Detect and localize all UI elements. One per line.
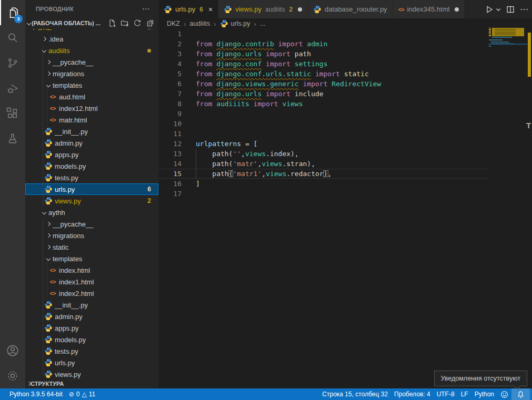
tree-file-index-html[interactable]: <>index.html [25,264,158,276]
chevron-down-icon [40,49,48,52]
status-problems[interactable]: ⊘0△11 [66,388,98,400]
overview-ruler[interactable] [527,25,532,388]
tree-file--init-py[interactable]: __init__.py [25,299,158,311]
code-line-4[interactable]: 4from django.conf import settings [158,59,488,69]
more-actions-button[interactable]: ⋯ [520,4,529,14]
code-line-13[interactable]: 13 path('',views.index), [158,149,488,159]
notification-text: Уведомления отсутствуют [441,375,520,382]
tree-file-index12-html[interactable]: <>index12.html [25,102,158,114]
code-line-8[interactable]: 8from audiiits import views [158,99,488,109]
tree-file-views-py[interactable]: views.py2 [25,195,158,207]
status-eol[interactable]: LF [458,388,471,400]
tree-file-urls-py[interactable]: urls.py6 [25,183,158,195]
tree-folder--pycache-[interactable]: __pycache__ [25,56,158,68]
tree-file-index1-html[interactable]: <>index1.html [25,276,158,288]
workspace-section-header[interactable]: (РАБОЧАЯ ОБЛАСТЬ) ... [25,17,158,29]
tree-folder-migrations[interactable]: migrations [25,68,158,79]
source-control-icon [6,57,19,69]
code-line-1[interactable]: 1 [158,29,488,39]
close-icon[interactable]: × [208,5,213,14]
status-cursor-position[interactable]: Строка 15, столбец 32 [319,388,391,400]
collapse-all-icon[interactable] [146,19,154,27]
code-line-2[interactable]: 2from django.contrib import admin [158,39,488,49]
new-folder-icon[interactable] [121,19,129,27]
activity-item-manage[interactable] [0,363,25,388]
activity-item-run-and-debug[interactable] [0,76,25,101]
status-encoding[interactable]: UTF-8 [434,388,458,400]
tree-file-tests-py[interactable]: tests.py [25,172,158,183]
notifications-bell-button[interactable] [511,388,530,400]
activity-item-testing[interactable] [0,126,25,151]
code-editor[interactable]: 12from django.contrib import admin3from … [158,29,488,199]
split-editor-button[interactable] [506,5,515,14]
breadcrumb-item-audiiits[interactable]: audiiits [189,20,210,27]
unsaved-dot-icon[interactable] [455,7,459,12]
tree-file-models-py[interactable]: models.py [25,334,158,345]
activity-item-search[interactable] [0,25,25,50]
tree-folder-static[interactable]: static [25,241,158,253]
code-line-5[interactable]: 5from django.conf.urls.static import sta… [158,69,488,79]
line-number: 15 [158,170,182,178]
code-line-7[interactable]: 7from django.urls import include [158,89,488,99]
code-line-9[interactable]: 9 [158,109,488,119]
refresh-icon[interactable] [133,19,142,27]
html-file-icon: <> [48,117,57,123]
code-line-10[interactable]: 10 [158,119,488,129]
tree-item-label: audiiits [48,47,69,55]
new-file-icon[interactable] [108,19,116,27]
activity-item-source-control[interactable] [0,50,25,76]
tree-file-tests-py[interactable]: tests.py [25,345,158,357]
breadcrumb-item-urls-py[interactable]: urls.py [220,19,250,28]
code-line-15[interactable]: 15 path('matr1',views.redactor), [158,169,488,179]
code-line-6[interactable]: 6from django.views.generic import Redire… [158,79,488,89]
tree-file-apps-py[interactable]: apps.py [25,149,158,160]
run-python-file-button[interactable] [485,5,494,14]
tree-folder-templates[interactable]: templates [25,79,158,91]
tree-folder--idea[interactable]: .idea [25,33,158,45]
tree-file-index2-html[interactable]: <>index2.html [25,288,158,299]
tree-file-admin-py[interactable]: admin.py [25,137,158,149]
sidebar-more-actions-button[interactable]: ⋯ [140,4,152,14]
tree-folder--pycache-[interactable]: __pycache__ [25,218,158,230]
tab-views-py[interactable]: views.pyaudiiits2 [218,0,307,18]
html-file-icon: <> [50,94,56,100]
line-number: 4 [158,60,182,68]
tree-file-apps-py[interactable]: apps.py [25,322,158,334]
breadcrumb-item--[interactable]: ... [260,20,265,27]
code-line-11[interactable]: 11 [158,129,488,139]
code-line-3[interactable]: 3from django.urls import path [158,49,488,59]
feedback-smiley-button[interactable] [497,388,511,400]
status-language-mode[interactable]: Python [471,388,497,400]
tree-folder-aythh[interactable]: aythh [25,207,158,218]
status-python-interpreter[interactable]: Python 3.9.5 64-bit [6,388,66,400]
tree-file--init-py[interactable]: __init__.py [25,126,158,137]
unsaved-dot-icon[interactable] [298,7,302,12]
tree-file-models-py[interactable]: models.py [25,160,158,172]
tree-file-admin-py[interactable]: admin.py [25,311,158,322]
code-line-16[interactable]: 16] [158,179,488,189]
code-line-14[interactable]: 14 path('matr',views.stran), [158,159,488,169]
status-indentation[interactable]: Пробелов: 4 [391,388,434,400]
breadcrumb-item-dkz[interactable]: DKZ [167,20,180,27]
tab-database-roouter-py[interactable]: database_roouter.py [308,0,393,18]
tree-folder-migrations[interactable]: migrations [25,230,158,241]
activity-item-explorer[interactable]: 3 [0,0,25,25]
minimap[interactable] [488,26,526,373]
tree-folder-audiiits[interactable]: audiiits [25,45,158,56]
tree-item-label: templates [53,255,82,263]
activity-item-accounts[interactable] [0,338,25,363]
tree-file-urls-py[interactable]: urls.py [25,357,158,368]
outline-section-header[interactable]: СТРУКТУРА [25,380,158,388]
html-file-icon: <> [48,290,57,296]
tree-file-matr-html[interactable]: <>matr.html [25,114,158,126]
tree-folder-templates[interactable]: templates [25,253,158,264]
tab-urls-py[interactable]: urls.py6× [158,0,218,18]
tab-index345-html[interactable]: <>index345.html [393,0,465,18]
activity-item-extensions[interactable] [0,101,25,126]
tree-folder-dkz[interactable]: DKZ [25,29,158,33]
run-dropdown-button[interactable] [496,7,501,12]
code-line-17[interactable]: 17 [158,189,488,199]
code-line-12[interactable]: 12urlpatterns = [ [158,139,488,149]
tree-file-aud-html[interactable]: <>aud.html [25,91,158,102]
tree-file-views-py[interactable]: views.py [25,368,158,380]
